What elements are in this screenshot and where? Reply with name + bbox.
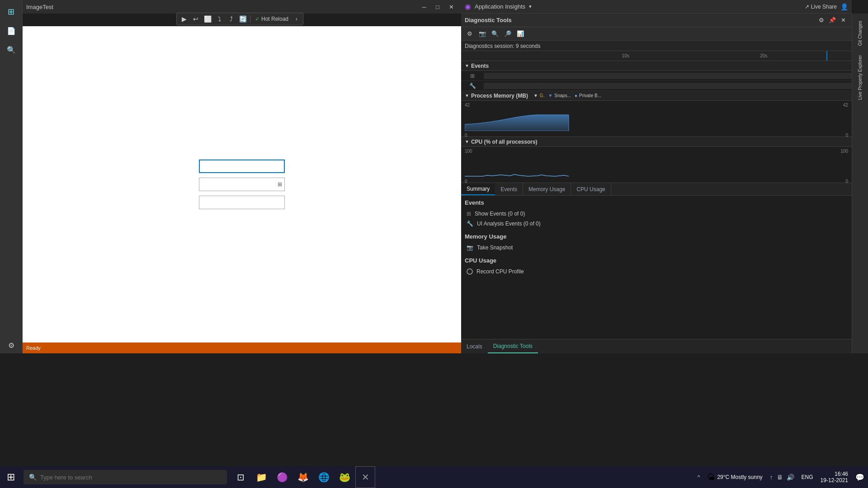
debug-btn-2[interactable]: ↩: [190, 14, 201, 24]
task-view-icon[interactable]: ⊡: [231, 466, 250, 488]
summary-memory-heading: Memory Usage: [465, 233, 848, 240]
live-share-label: Live Share: [811, 4, 837, 10]
debug-btn-6[interactable]: 🔄: [237, 14, 248, 24]
notification-button[interactable]: 💬: [852, 466, 868, 488]
diag-tool-3[interactable]: 🔍: [490, 29, 500, 39]
maximize-button[interactable]: □: [431, 1, 444, 12]
cpu-100-right: 100: [840, 149, 848, 154]
share-icon: ↗: [805, 4, 809, 10]
app-icon-6[interactable]: ✕: [355, 466, 375, 488]
memory-chart-area: 42 42 0 0: [461, 101, 852, 137]
record-cpu-item[interactable]: Record CPU Profile: [465, 267, 848, 277]
person-icon-button[interactable]: 👤: [840, 3, 848, 10]
close-button[interactable]: ✕: [445, 1, 458, 12]
diag-tool-2[interactable]: 📷: [477, 29, 487, 39]
show-events-label: Show Events (0 of 0): [475, 211, 525, 217]
diag-tool-5[interactable]: 📊: [515, 29, 525, 39]
bottom-tab-locals[interactable]: Locals: [461, 339, 488, 353]
files-icon[interactable]: 📄: [3, 23, 19, 39]
memory-private-label: Private B...: [579, 93, 601, 98]
weather-text: 29°C Mostly sunny: [717, 474, 762, 480]
input-field-2[interactable]: [199, 178, 285, 191]
search-activity-icon[interactable]: 🔍: [3, 42, 19, 58]
bottom-tab-diagnostic[interactable]: Diagnostic Tools: [488, 339, 538, 353]
timeline-cursor: [826, 51, 827, 61]
vs-taskbar-icon[interactable]: 🟣: [272, 466, 292, 488]
volume-icon: 🔊: [787, 474, 794, 481]
memory-snaps-label: Snaps...: [554, 93, 571, 98]
vs-right-sidebar: Git Changes Live Property Explorer: [852, 14, 868, 353]
timeline-10s: 10s: [622, 53, 629, 58]
summary-content: Events ⊞ Show Events (0 of 0) 🔧 UI Analy…: [461, 196, 852, 352]
tab-cpu-usage[interactable]: CPU Usage: [571, 183, 611, 195]
debug-btn-3[interactable]: ⬜: [202, 14, 213, 24]
diag-title: Diagnostic Tools: [465, 17, 512, 23]
chrome-icon[interactable]: 🌐: [314, 466, 334, 488]
sys-icons[interactable]: ↑ 🖥 🔊: [766, 466, 798, 488]
settings-icon[interactable]: ⚙: [3, 337, 19, 353]
record-cpu-icon: [467, 268, 473, 275]
weather-widget[interactable]: 🌤 29°C Mostly sunny: [703, 466, 766, 488]
mem-0-right: 0: [845, 133, 848, 138]
record-cpu-label: Record CPU Profile: [476, 268, 524, 275]
cpu-chart-area: 100 100 0 0: [461, 147, 852, 183]
form-area: ⊞: [199, 160, 285, 209]
minimize-button[interactable]: ─: [418, 1, 430, 12]
cpu-section-header[interactable]: ▼ CPU (% of all processors): [461, 137, 852, 147]
tray-icons[interactable]: ^: [694, 466, 704, 488]
memory-private-icon: ●: [575, 93, 577, 98]
tab-memory-usage[interactable]: Memory Usage: [523, 183, 571, 195]
events-arrow-icon: ▼: [465, 63, 469, 68]
live-share-button[interactable]: ↗ Live Share: [805, 4, 837, 10]
window-controls: ─ □ ✕: [418, 1, 458, 12]
diag-pin-button[interactable]: 📌: [827, 15, 837, 25]
app-insights-bar: ◉ Application Insights ▾ ↗ Live Share 👤: [461, 0, 852, 14]
taskbar: ⊞ 🔍 ⊡ 📁 🟣 🦊 🌐 🐸 ✕ ^ 🌤 29°C Mostly sunny …: [0, 466, 868, 488]
chart-top-labels: 42 42: [465, 103, 848, 108]
diag-close-button[interactable]: ✕: [838, 15, 848, 25]
clock-widget[interactable]: 16:46 19-12-2021: [817, 466, 852, 488]
hot-reload-button[interactable]: ✓ Hot Reload: [252, 15, 291, 23]
event-row-1: ⊞: [461, 71, 852, 81]
start-button[interactable]: ⊞: [0, 466, 22, 488]
taskbar-search: 🔍: [24, 470, 227, 484]
diag-tool-4[interactable]: 🔎: [503, 29, 513, 39]
diag-tool-1[interactable]: ⚙: [465, 29, 475, 39]
tab-summary[interactable]: Summary: [461, 183, 495, 195]
input-wrapper-2: ⊞: [199, 178, 285, 191]
search-input[interactable]: [40, 474, 222, 481]
input-field-1[interactable]: [199, 160, 285, 173]
language-label: ENG: [802, 474, 813, 480]
app-icon-5[interactable]: 🐸: [335, 466, 354, 488]
hot-reload-check-icon: ✓: [255, 16, 259, 22]
tab-events[interactable]: Events: [495, 183, 523, 195]
memory-label: Process Memory (MB): [471, 93, 528, 99]
take-snapshot-item[interactable]: 📷 Take Snapshot: [465, 243, 848, 253]
events-section-header[interactable]: ▼ Events: [461, 61, 852, 71]
git-changes-tab[interactable]: Git Changes: [857, 17, 863, 50]
live-property-tab[interactable]: Live Property Explorer: [857, 52, 863, 103]
show-events-item[interactable]: ⊞ Show Events (0 of 0): [465, 209, 848, 219]
debug-btn-1[interactable]: ▶: [179, 14, 189, 24]
language-widget[interactable]: ENG: [798, 466, 817, 488]
window-title: ImageTest: [26, 4, 53, 10]
insights-arrow-icon: ▾: [529, 4, 532, 9]
file-explorer-icon[interactable]: 📁: [251, 466, 271, 488]
mem-42-right: 42: [843, 103, 848, 108]
diag-settings-button[interactable]: ⚙: [816, 15, 826, 25]
summary-events-heading: Events: [465, 199, 848, 206]
clock-date: 19-12-2021: [821, 477, 848, 483]
debug-btn-5[interactable]: ⤴: [226, 14, 236, 24]
orange-app-icon[interactable]: 🦊: [293, 466, 313, 488]
events-section-label: Events: [471, 63, 489, 69]
ui-analysis-item[interactable]: 🔧 UI Analysis Events (0 of 0): [465, 219, 848, 229]
memory-chart-svg: [465, 108, 848, 131]
diag-toolbar-left: Diagnostic Tools: [465, 17, 512, 23]
input-field-3[interactable]: [199, 196, 285, 209]
memory-section-header[interactable]: ▼ Process Memory (MB) ▼ G. ▼ Snaps... ● …: [461, 91, 852, 101]
debug-btn-4[interactable]: ⤵: [214, 14, 225, 24]
diagnostic-panel: Diagnostic Tools ⚙ 📌 ✕ ⚙ 📷 🔍 🔎 📊 Diagnos…: [461, 14, 852, 352]
diag-tab-bar: Summary Events Memory Usage CPU Usage: [461, 183, 852, 196]
cpu-arrow-icon: ▼: [465, 139, 469, 144]
toolbar-chevron[interactable]: ‹: [292, 14, 301, 24]
